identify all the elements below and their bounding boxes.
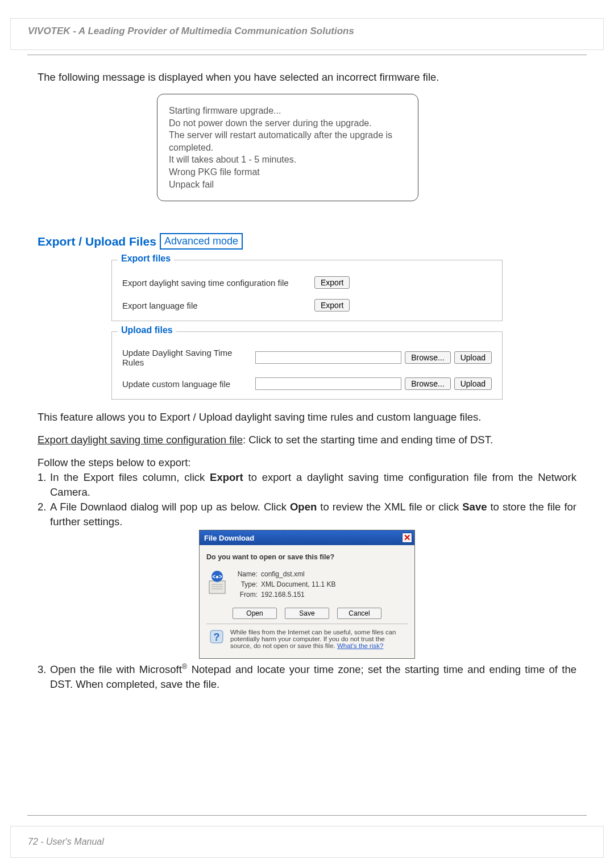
upload-lang-label: Update custom language file bbox=[122, 379, 255, 389]
dlg-from-label: From: bbox=[234, 589, 258, 600]
advanced-mode-badge: Advanced mode bbox=[160, 233, 243, 250]
dialog-close-button[interactable]: ✕ bbox=[402, 533, 412, 543]
header-divider bbox=[27, 55, 587, 55]
upload-legend: Upload files bbox=[118, 325, 176, 335]
msg-line: The server will restart automatically af… bbox=[169, 129, 406, 153]
export-dst-rest: : Click to set the starting time and end… bbox=[243, 434, 493, 446]
dialog-title: File Download bbox=[204, 534, 254, 542]
upload-files-panel: Upload files Update Daylight Saving Time… bbox=[111, 331, 503, 400]
whats-the-risk-link[interactable]: What's the risk? bbox=[337, 642, 383, 649]
dialog-cancel-button[interactable]: Cancel bbox=[337, 608, 381, 619]
dialog-question: Do you want to open or save this file? bbox=[206, 553, 408, 561]
export-files-panel: Export files Export daylight saving time… bbox=[111, 260, 503, 321]
step-number: 1. bbox=[38, 470, 50, 500]
file-download-dialog: File Download ✕ Do you want to open or s… bbox=[199, 530, 415, 659]
step2-text-b: to review the XML file or click bbox=[317, 501, 462, 513]
msg-line: Do not power down the server during the … bbox=[169, 117, 406, 130]
file-icon: <●> bbox=[206, 569, 228, 595]
export-legend: Export files bbox=[118, 254, 174, 264]
header-brand-text: VIVOTEK - A Leading Provider of Multimed… bbox=[28, 26, 354, 36]
msg-line: It will takes about 1 - 5 minutes. bbox=[169, 153, 406, 166]
export-dst-description: Export daylight saving time configuratio… bbox=[38, 433, 576, 447]
feature-description: This feature allows you to Export / Uplo… bbox=[38, 410, 576, 425]
export-dst-label: Export daylight saving time configuratio… bbox=[122, 278, 314, 288]
step3-text-a: Open the file with Microsoft bbox=[50, 663, 182, 675]
dlg-type-value: XML Document, 11.1 KB bbox=[261, 580, 336, 588]
registered-mark: ® bbox=[182, 662, 188, 671]
export-language-label: Export language file bbox=[122, 301, 314, 310]
dlg-name-value: config_dst.xml bbox=[261, 570, 305, 578]
steps-intro: Follow the steps below to export: bbox=[38, 455, 576, 470]
dialog-divider bbox=[206, 624, 408, 624]
svg-rect-0 bbox=[209, 581, 225, 593]
dlg-from-value: 192.168.5.151 bbox=[261, 591, 305, 599]
intro-paragraph: The following message is displayed when … bbox=[38, 71, 576, 84]
step-3: 3. Open the file with Microsoft® Notepad… bbox=[38, 662, 576, 692]
dlg-type-label: Type: bbox=[234, 579, 258, 589]
msg-line: Wrong PKG file format bbox=[169, 166, 406, 178]
step2-bold-save: Save bbox=[462, 501, 487, 513]
dialog-open-button[interactable]: Open bbox=[233, 608, 277, 619]
warning-icon: ? bbox=[209, 629, 225, 645]
page-header: VIVOTEK - A Leading Provider of Multimed… bbox=[10, 18, 604, 50]
upload-lang-upload-button[interactable]: Upload bbox=[454, 377, 492, 390]
upload-lang-file-input[interactable] bbox=[255, 377, 401, 390]
step1-bold: Export bbox=[210, 471, 243, 483]
firmware-message-box: Starting firmware upgrade... Do not powe… bbox=[157, 94, 418, 201]
dlg-name-label: Name: bbox=[234, 569, 258, 579]
step-number: 2. bbox=[38, 500, 50, 529]
svg-text:<●>: <●> bbox=[212, 574, 222, 580]
step-number: 3. bbox=[38, 662, 50, 692]
svg-text:?: ? bbox=[214, 632, 220, 643]
step-2: 2. A File Downlaod dialog will pop up as… bbox=[38, 500, 576, 529]
page-footer: 72 - User's Manual bbox=[10, 826, 604, 858]
export-dst-underlined: Export daylight saving time configuratio… bbox=[38, 434, 243, 446]
step-1: 1. In the Export files column, click Exp… bbox=[38, 470, 576, 500]
step1-text-a: In the Export files column, click bbox=[50, 471, 210, 483]
step2-bold-open: Open bbox=[290, 501, 317, 513]
section-title: Export / Upload Files bbox=[38, 235, 156, 248]
msg-line: Unpack fail bbox=[169, 178, 406, 191]
export-dst-button[interactable]: Export bbox=[314, 276, 350, 289]
footer-page-number: 72 - User's Manual bbox=[28, 837, 104, 846]
upload-dst-file-input[interactable] bbox=[255, 351, 401, 364]
dialog-titlebar: File Download ✕ bbox=[200, 530, 414, 545]
footer-divider bbox=[27, 815, 587, 816]
step2-text-a: A File Downlaod dialog will pop up as be… bbox=[50, 501, 290, 513]
upload-dst-upload-button[interactable]: Upload bbox=[454, 351, 492, 364]
upload-dst-browse-button[interactable]: Browse... bbox=[405, 351, 450, 364]
upload-lang-browse-button[interactable]: Browse... bbox=[405, 377, 450, 390]
msg-line: Starting firmware upgrade... bbox=[169, 105, 406, 117]
dialog-save-button[interactable]: Save bbox=[285, 608, 329, 619]
export-language-button[interactable]: Export bbox=[314, 299, 350, 312]
upload-dst-label: Update Daylight Saving Time Rules bbox=[122, 348, 255, 367]
